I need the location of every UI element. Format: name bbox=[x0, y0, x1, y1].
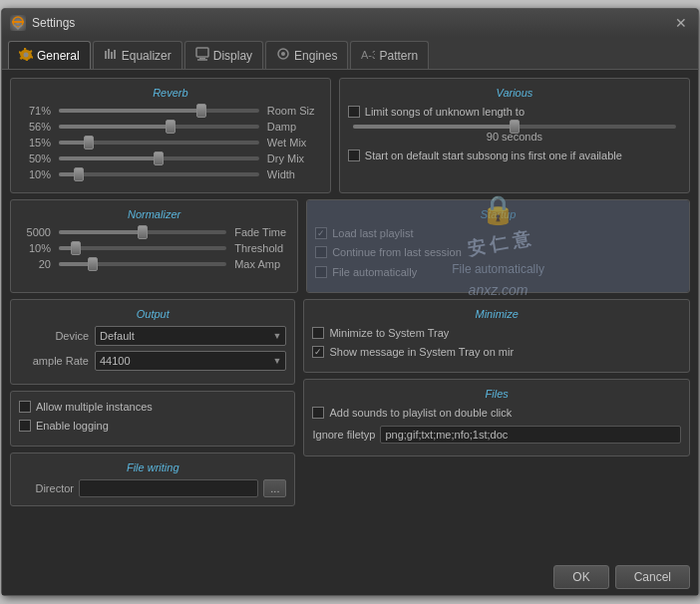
svg-rect-5 bbox=[111, 52, 113, 59]
overlay-lock-icon: 🔒 bbox=[481, 193, 516, 226]
tab-general[interactable]: General bbox=[8, 41, 91, 69]
samplerate-label: ample Rate bbox=[19, 355, 89, 367]
add-sounds-row: Add sounds to playlist on double click bbox=[312, 406, 681, 420]
bottom-row: Output Device Default ▼ ample Rate 44100… bbox=[10, 299, 690, 507]
norm-track-0[interactable] bbox=[59, 230, 226, 234]
message-checkbox[interactable] bbox=[312, 346, 324, 358]
file-writing-title: File writing bbox=[19, 461, 286, 473]
cancel-button[interactable]: Cancel bbox=[615, 565, 690, 589]
device-row: Device Default ▼ bbox=[19, 326, 286, 346]
tab-engines-label: Engines bbox=[294, 49, 337, 63]
instances-panel: Allow multiple instances Enable logging bbox=[10, 391, 295, 448]
watermark-overlay: 🔒 安 仁 意 File automatically anxz.com bbox=[307, 200, 689, 292]
ok-button[interactable]: OK bbox=[553, 565, 608, 589]
reverb-slider-0: 71% Room Siz bbox=[19, 105, 322, 117]
tab-engines[interactable]: Engines bbox=[265, 41, 348, 69]
engines-tab-icon bbox=[276, 47, 290, 64]
reverb-track-3[interactable] bbox=[59, 156, 259, 160]
reverb-label-0: Room Siz bbox=[267, 105, 322, 117]
norm-slider-0: 5000 Fade Time bbox=[19, 226, 289, 238]
director-input[interactable] bbox=[79, 479, 258, 497]
file-writing-panel: File writing Director ... bbox=[10, 453, 295, 506]
general-tab-icon bbox=[19, 47, 33, 64]
samplerate-value: 44100 bbox=[100, 355, 131, 367]
tabs-bar: General Equalizer Display bbox=[2, 37, 698, 70]
output-panel: Output Device Default ▼ ample Rate 44100… bbox=[10, 299, 295, 385]
tray-label: Minimize to System Tray bbox=[329, 326, 449, 340]
footer: OK Cancel bbox=[2, 559, 698, 595]
reverb-val-1: 56% bbox=[19, 121, 51, 133]
tab-general-label: General bbox=[37, 49, 80, 63]
startup-panel: Startup Load last playlist Continue from… bbox=[306, 199, 690, 293]
add-sounds-label: Add sounds to playlist on double click bbox=[329, 406, 512, 420]
main-content: Reverb 71% Room Siz 56% Damp bbox=[2, 70, 698, 559]
norm-val-1: 10% bbox=[19, 242, 51, 254]
right-bottom: Minimize Minimize to System Tray Show me… bbox=[303, 299, 690, 507]
svg-rect-6 bbox=[114, 50, 116, 59]
device-value: Default bbox=[100, 330, 135, 342]
device-label: Device bbox=[19, 330, 89, 342]
tab-equalizer[interactable]: Equalizer bbox=[93, 41, 182, 69]
reverb-track-4[interactable] bbox=[59, 172, 259, 176]
ignore-label: Ignore filetyp bbox=[312, 428, 375, 442]
reverb-panel: Reverb 71% Room Siz 56% Damp bbox=[10, 78, 331, 193]
tab-display[interactable]: Display bbox=[184, 41, 263, 69]
reverb-val-4: 10% bbox=[19, 168, 51, 180]
various-title: Various bbox=[348, 87, 681, 99]
seconds-track[interactable] bbox=[353, 125, 676, 129]
svg-point-11 bbox=[281, 52, 285, 56]
normalizer-panel: Normalizer 5000 Fade Time 10% Thresho bbox=[10, 199, 298, 293]
norm-track-1[interactable] bbox=[59, 246, 226, 250]
norm-val-2: 20 bbox=[19, 258, 51, 270]
norm-label-2: Max Amp bbox=[234, 258, 289, 270]
top-row: Reverb 71% Room Siz 56% Damp bbox=[10, 78, 690, 193]
add-sounds-checkbox[interactable] bbox=[312, 407, 324, 419]
norm-slider-2: 20 Max Amp bbox=[19, 258, 289, 270]
subsong-checkbox[interactable] bbox=[348, 150, 360, 161]
reverb-label-3: Dry Mix bbox=[267, 152, 322, 164]
allow-multiple-checkbox[interactable] bbox=[19, 401, 31, 413]
middle-row: Normalizer 5000 Fade Time 10% Thresho bbox=[10, 199, 690, 293]
ignore-input[interactable] bbox=[380, 426, 681, 444]
reverb-slider-2: 15% Wet Mix bbox=[19, 137, 322, 149]
samplerate-select[interactable]: 44100 ▼ bbox=[95, 351, 286, 371]
enable-logging-label: Enable logging bbox=[36, 419, 109, 433]
app-icon bbox=[10, 15, 26, 31]
reverb-label-4: Width bbox=[267, 168, 322, 180]
reverb-track-1[interactable] bbox=[59, 125, 259, 129]
reverb-label-2: Wet Mix bbox=[267, 137, 322, 149]
titlebar: Settings ✕ bbox=[2, 9, 698, 37]
tab-pattern[interactable]: A-3 Pattern bbox=[350, 41, 429, 69]
browse-button[interactable]: ... bbox=[263, 479, 286, 497]
reverb-val-3: 50% bbox=[19, 152, 51, 164]
subsong-label: Start on default start subsong ins first… bbox=[365, 149, 622, 162]
limit-songs-row: Limit songs of unknown length to bbox=[348, 105, 681, 119]
close-button[interactable]: ✕ bbox=[672, 14, 690, 32]
reverb-track-2[interactable] bbox=[59, 141, 259, 145]
norm-label-1: Threshold bbox=[234, 242, 289, 254]
director-label: Director bbox=[19, 482, 74, 494]
tray-checkbox[interactable] bbox=[312, 327, 324, 339]
samplerate-arrow-icon: ▼ bbox=[273, 356, 282, 366]
allow-multiple-row: Allow multiple instances bbox=[19, 400, 286, 414]
tray-row: Minimize to System Tray bbox=[312, 326, 681, 340]
reverb-slider-1: 56% Damp bbox=[19, 121, 322, 133]
limit-songs-checkbox[interactable] bbox=[348, 106, 360, 118]
overlay-url: anxz.com bbox=[469, 282, 528, 298]
reverb-val-2: 15% bbox=[19, 137, 51, 149]
svg-rect-3 bbox=[105, 51, 107, 59]
enable-logging-checkbox[interactable] bbox=[19, 420, 31, 432]
limit-songs-label: Limit songs of unknown length to bbox=[365, 105, 525, 119]
device-select[interactable]: Default ▼ bbox=[95, 326, 286, 346]
reverb-track-0[interactable] bbox=[59, 109, 259, 113]
tab-display-label: Display bbox=[213, 49, 252, 63]
normalizer-title: Normalizer bbox=[19, 208, 289, 220]
norm-track-2[interactable] bbox=[59, 262, 226, 266]
various-panel: Various Limit songs of unknown length to… bbox=[339, 78, 690, 193]
files-title: Files bbox=[312, 388, 681, 400]
display-tab-icon bbox=[195, 47, 209, 64]
device-arrow-icon: ▼ bbox=[273, 331, 282, 341]
reverb-slider-4: 10% Width bbox=[19, 168, 322, 180]
samplerate-row: ample Rate 44100 ▼ bbox=[19, 351, 286, 371]
reverb-val-0: 71% bbox=[19, 105, 51, 117]
